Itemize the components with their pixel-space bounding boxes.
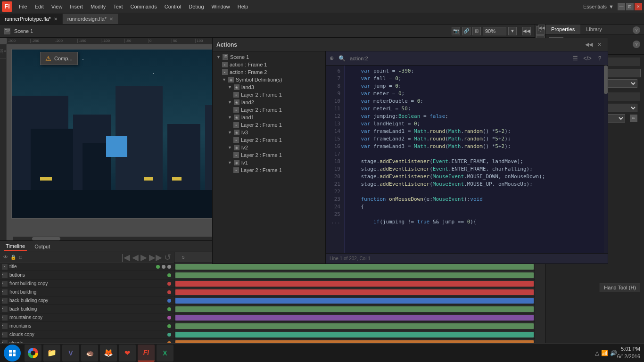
taskbar-chrome[interactable] xyxy=(25,345,41,362)
tree-item-lv3-frame[interactable]: ▪ Layer 2 : Frame 1 xyxy=(215,136,323,144)
menu-commands[interactable]: Commands xyxy=(126,3,160,10)
tree-item-land2-frame[interactable]: ▪ Layer 2 : Frame 1 xyxy=(215,106,323,114)
tree-item-symbol-def[interactable]: ▼ ◈ Symbol Definition(s) xyxy=(215,76,323,83)
platform-3 xyxy=(172,177,182,181)
tree-item-lv1-frame[interactable]: ▪ Layer 2 : Frame 1 xyxy=(215,166,323,174)
frame-help-icon[interactable]: ? xyxy=(633,41,640,48)
layer-row-title[interactable]: ▪ title xyxy=(0,263,174,271)
taskbar-vlc[interactable]: 🦔 xyxy=(81,345,98,362)
play-prev[interactable]: ◀ xyxy=(132,252,139,263)
layer-row-clouds-copy[interactable]: ▪ clouds copy xyxy=(0,330,174,339)
tree-item-land1[interactable]: ▼ ◈ land1 xyxy=(215,114,323,121)
frame-row-m xyxy=(174,322,535,330)
start-button[interactable] xyxy=(4,345,21,362)
win-close[interactable]: ✕ xyxy=(635,3,642,10)
tree-item-lv2-frame[interactable]: ▪ Layer 2 : Frame 1 xyxy=(215,151,323,159)
play-btn[interactable]: ▶ xyxy=(140,252,147,263)
menu-modify[interactable]: Modify xyxy=(87,3,109,10)
notification-popup: ⚠ Comp... xyxy=(40,52,78,65)
taskbar-flash[interactable]: Fl xyxy=(138,345,155,362)
menu-debug[interactable]: Debug xyxy=(185,3,207,10)
menu-file[interactable]: File xyxy=(15,3,31,10)
menu-view[interactable]: View xyxy=(48,3,66,10)
tab-properties[interactable]: Properties xyxy=(545,25,580,34)
code-line-19: stage.addEventListener(Event.ENTER_FRAME… xyxy=(348,165,600,173)
code-line-7: var fall = 0; xyxy=(348,75,600,82)
magnet-icon: 🔗 xyxy=(462,27,471,35)
tree-item-lv3[interactable]: ▼ ◈ lv3 xyxy=(215,129,323,136)
help-code-icon[interactable]: ? xyxy=(595,54,604,63)
layer-color-m xyxy=(167,324,171,328)
tree-item-land2[interactable]: ▼ ◈ land2 xyxy=(215,99,323,106)
play-loop[interactable]: ↺ xyxy=(164,252,171,263)
code-line-23: function onMouseDown(e:MouseEvent):void xyxy=(348,196,600,203)
tab-timeline[interactable]: Timeline xyxy=(4,242,27,251)
layer-row-back-building[interactable]: ▪ back building xyxy=(0,305,174,313)
tree-item-lv2[interactable]: ▼ ◈ lv2 xyxy=(215,144,323,151)
code-line-10: var meterDouble = 0; xyxy=(348,98,600,105)
menu-edit[interactable]: Edit xyxy=(31,3,48,10)
tree-item-action-frame1[interactable]: ▪ action : Frame 1 xyxy=(215,61,323,68)
layer-row-mountains[interactable]: ▪ mountains xyxy=(0,322,174,330)
tree-item-scene1[interactable]: ▼ 🎬 Scene 1 xyxy=(215,53,323,61)
layer-color-bb xyxy=(167,307,171,311)
zoom-arrow[interactable]: ▼ xyxy=(508,27,517,35)
taskbar-excel[interactable]: X xyxy=(157,345,173,362)
menu-help[interactable]: Help xyxy=(234,3,252,10)
tab-close-1[interactable]: ✕ xyxy=(109,16,113,22)
layer-row-back-building-copy[interactable]: ▪ back building copy xyxy=(0,296,174,305)
taskbar-file-explorer[interactable]: 📁 xyxy=(43,345,60,362)
win-minimize[interactable]: — xyxy=(618,3,625,10)
panel-expand[interactable]: ◀◀ xyxy=(522,27,531,35)
sound-edit-btn[interactable]: ✏ xyxy=(630,115,637,122)
props-help[interactable]: ? xyxy=(633,26,640,34)
layer-icon-bbc: ▪ xyxy=(2,298,8,304)
code-line-8: var jump = 0; xyxy=(348,82,600,90)
tree-item-action-frame2[interactable]: ▪ action : Frame 2 xyxy=(215,68,323,76)
list-icon[interactable]: ☰ xyxy=(571,54,579,63)
menu-window[interactable]: Window xyxy=(208,3,234,10)
layer-row-mountains-copy[interactable]: ▪ mountains copy xyxy=(0,313,174,322)
code-toolbar: ⊕ 🔍 action:2 ☰ </> ? xyxy=(326,51,608,66)
layer-row-front-building-copy[interactable]: ▪ front building copy xyxy=(0,280,174,288)
taskbar-visio[interactable]: V xyxy=(62,345,79,362)
tree-item-land3[interactable]: ▼ ◈ land3 xyxy=(215,83,323,91)
taskbar-app5[interactable]: ❤ xyxy=(119,345,136,362)
props-tabs: Properties Library ? xyxy=(545,25,644,34)
actions-close[interactable]: ✕ xyxy=(597,41,604,48)
frame-row-cc xyxy=(174,330,535,339)
code-line-16: var frameLand3 = Math.round(Math.random(… xyxy=(348,143,600,150)
menu-insert[interactable]: Insert xyxy=(66,3,87,10)
tab-output[interactable]: Output xyxy=(33,243,52,250)
play-next[interactable]: ▶▶ xyxy=(149,252,162,263)
windows-icon xyxy=(8,349,16,357)
actions-expand[interactable]: ◀◀ xyxy=(585,41,592,48)
tab-library[interactable]: Library xyxy=(580,25,608,34)
tab-runner-prototype[interactable]: runnerPrototype.fla* ✕ xyxy=(0,14,63,24)
layer-row-buttons[interactable]: ▪ buttons xyxy=(0,271,174,280)
taskbar-firefox[interactable]: 🦊 xyxy=(100,345,117,362)
tree-item-land1-frame[interactable]: ▪ Layer 2 : Frame 1 xyxy=(215,121,323,129)
land3-frame-icon: ▪ xyxy=(233,92,239,98)
layer-row-front-building[interactable]: ▪ front building xyxy=(0,288,174,296)
code-line-15: var frameLand2 = Math.round(Math.random(… xyxy=(348,135,600,143)
tab-runner-design[interactable]: runnerdesign.fla* ✕ xyxy=(63,14,118,24)
code-editor: ⊕ 🔍 action:2 ☰ </> ? 6 7 8 9 10 11 12 13 xyxy=(326,51,608,263)
code-line-24: { xyxy=(348,203,600,211)
frame-marker-5: 5 xyxy=(176,255,190,260)
code-scrollbar[interactable] xyxy=(604,66,608,253)
code-content[interactable]: var point = -390; var fall = 0; var jump… xyxy=(345,66,604,253)
tree-item-land3-frame[interactable]: ▪ Layer 2 : Frame 1 xyxy=(215,91,323,99)
actions-drag-handle[interactable]: Actions xyxy=(216,41,581,48)
win-restore[interactable]: ⊡ xyxy=(626,3,634,10)
zoom-input[interactable] xyxy=(483,27,506,35)
actions-title: Actions xyxy=(216,41,237,48)
tree-item-lv1[interactable]: ▼ ◈ lv1 xyxy=(215,159,323,166)
search-icon[interactable]: 🔍 xyxy=(338,54,346,63)
code-line-25 xyxy=(348,211,600,218)
code-view-icon[interactable]: </> xyxy=(583,54,592,63)
menu-control[interactable]: Control xyxy=(161,3,185,10)
menu-text[interactable]: Text xyxy=(109,3,126,10)
play-start[interactable]: |◀ xyxy=(121,252,130,263)
tab-close-0[interactable]: ✕ xyxy=(54,16,58,22)
